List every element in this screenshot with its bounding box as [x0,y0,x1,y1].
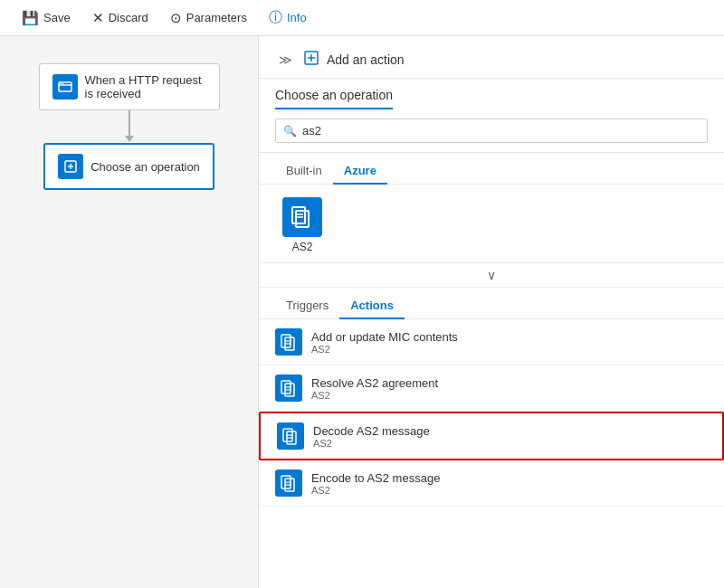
tab-azure[interactable]: Azure [333,158,387,185]
as2-tile-icon [282,197,322,237]
search-box: 🔍 [275,119,708,143]
parameters-button[interactable]: ⊙ Parameters [159,0,258,35]
svg-rect-11 [296,211,309,227]
http-trigger-icon [52,74,78,100]
as2-tile-label: AS2 [292,241,313,253]
action-item-name: Resolve AS2 agreement [311,376,438,390]
choose-operation-node[interactable]: Choose an operation [43,143,214,190]
right-panel: ≫ Add an action Choose an operation 🔍 [258,36,724,588]
choose-operation-icon [58,154,83,179]
toolbar: 💾 Save ✕ Discard ⊙ Parameters ⓘ Info [0,0,724,36]
action-item-icon [275,469,302,497]
search-input[interactable] [302,124,700,138]
info-label: Info [287,11,307,24]
svg-point-2 [60,83,61,84]
connector-tabs: Built-in Azure [259,153,724,185]
choose-operation-label: Choose an operation [90,160,200,174]
action-item[interactable]: Resolve AS2 agreementAS2 [259,365,724,412]
flow-connector [125,110,134,143]
search-icon: 🔍 [283,125,297,138]
choose-operation-header: Choose an operation [259,79,724,109]
save-button[interactable]: 💾 Save [11,0,81,35]
parameters-label: Parameters [186,11,247,24]
panel-title: Add an action [327,52,405,67]
action-item-sub: AS2 [311,390,438,401]
action-item-name: Add or update MIC contents [311,330,458,344]
http-trigger-node[interactable]: When a HTTP request is received [39,63,220,110]
tab-triggers[interactable]: Triggers [275,293,339,319]
choose-op-title: Choose an operation [275,88,393,109]
action-item-name: Encode to AS2 message [311,471,440,485]
action-item-text: Resolve AS2 agreementAS2 [311,376,438,401]
action-item-text: Add or update MIC contentsAS2 [311,330,458,355]
expand-icon[interactable]: ≫ [275,49,296,71]
action-list: Add or update MIC contentsAS2 Resolve AS… [259,319,724,588]
info-icon: ⓘ [269,9,282,26]
action-item-icon [275,375,302,402]
action-tabs: Triggers Actions [259,288,724,319]
action-item-icon [277,422,304,450]
action-item[interactable]: Add or update MIC contentsAS2 [259,319,724,365]
info-button[interactable]: ⓘ Info [258,0,318,35]
action-item-sub: AS2 [311,485,440,496]
connector-tiles: AS2 [259,185,724,263]
svg-point-3 [62,83,62,84]
action-item-sub: AS2 [313,438,430,449]
connector-line [129,110,130,136]
action-item[interactable]: Encode to AS2 messageAS2 [259,460,724,507]
action-item-text: Encode to AS2 messageAS2 [311,471,440,496]
canvas: When a HTTP request is received Choose a… [0,36,258,588]
tab-builtin[interactable]: Built-in [275,158,333,185]
discard-button[interactable]: ✕ Discard [81,0,159,35]
action-item-icon [275,328,302,356]
connector-arrow [125,136,134,142]
main-container: When a HTTP request is received Choose a… [0,36,724,588]
tab-actions[interactable]: Actions [339,293,405,319]
svg-rect-10 [292,207,305,223]
panel-header: ≫ Add an action [259,36,724,79]
save-label: Save [43,11,71,24]
discard-icon: ✕ [92,10,104,26]
parameters-icon: ⊙ [170,10,182,26]
action-item[interactable]: Decode AS2 messageAS2 [259,412,724,460]
collapse-chevron-icon: ∨ [487,268,496,282]
http-trigger-label: When a HTTP request is received [85,73,206,100]
action-item-sub: AS2 [311,344,458,355]
collapse-row[interactable]: ∨ [259,263,724,288]
action-item-text: Decode AS2 messageAS2 [313,424,430,449]
panel-header-icon [303,50,319,70]
search-container: 🔍 [259,109,724,153]
save-icon: 💾 [22,10,39,26]
as2-connector-tile[interactable]: AS2 [275,197,329,253]
action-item-name: Decode AS2 message [313,424,430,438]
discard-label: Discard [109,11,148,24]
